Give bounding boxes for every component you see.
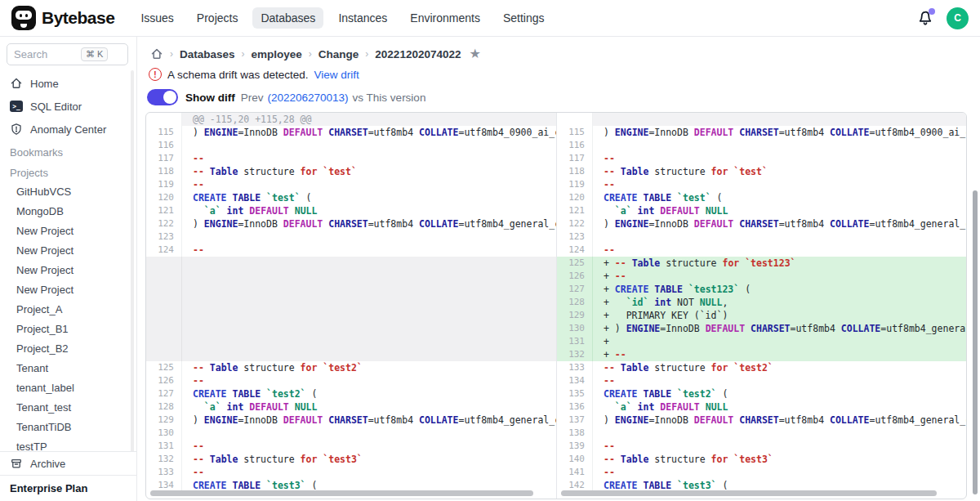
code-line: -- — [593, 178, 966, 191]
nav-item-databases[interactable]: Databases — [252, 7, 323, 29]
nav-item-issues[interactable]: Issues — [132, 7, 181, 29]
search-input[interactable] — [14, 48, 78, 60]
project-item[interactable]: New Project — [0, 280, 136, 299]
nav-item-environments[interactable]: Environments — [402, 7, 488, 29]
notifications-bell-icon[interactable] — [917, 10, 933, 26]
code-line: CREATE TABLE `test2` ( — [182, 387, 556, 400]
project-item[interactable]: Project_B2 — [0, 338, 136, 358]
home-icon[interactable] — [150, 47, 163, 60]
diff-row: 125-- Table structure for `test2` — [146, 361, 556, 374]
diff-row: 124-- — [146, 244, 556, 257]
project-item[interactable]: tenant_label — [0, 378, 136, 397]
nav-item-instances[interactable]: Instances — [330, 7, 395, 29]
diff-row: 122) ENGINE=InnoDB DEFAULT CHARSET=utf8m… — [557, 217, 966, 230]
breadcrumb-item-databases[interactable]: Databases — [180, 48, 235, 60]
diff-row: 119-- — [146, 178, 556, 191]
breadcrumb-item-employee[interactable]: employee — [252, 48, 302, 60]
bookmark-star-icon[interactable]: ★ — [469, 47, 480, 60]
diff-row: 127CREATE TABLE `test2` ( — [146, 387, 556, 400]
line-number: 119 — [146, 178, 182, 191]
code-line — [182, 230, 556, 244]
diff-row: 131-- — [146, 440, 556, 453]
sidebar-item-home[interactable]: Home — [0, 72, 136, 95]
sidebar-item-anomaly-center[interactable]: Anomaly Center — [0, 118, 136, 141]
line-number: 136 — [557, 400, 593, 414]
code-line: `a` int DEFAULT NULL — [182, 400, 556, 414]
code-line: -- Table structure for `test3` — [593, 453, 966, 466]
line-number — [146, 296, 182, 309]
project-item[interactable]: Project_A — [0, 299, 136, 319]
code-line — [593, 230, 966, 244]
diff-row: 121 `a` int DEFAULT NULL — [557, 204, 966, 217]
sql-editor-icon: >_ — [10, 100, 23, 113]
main-nav: IssuesProjectsDatabasesInstancesEnvironm… — [132, 7, 552, 29]
diff-hunk-header: @@ -115,20 +115,28 @@ — [146, 113, 556, 126]
breadcrumb-separator: › — [170, 48, 173, 60]
diff-row: 129) ENGINE=InnoDB DEFAULT CHARSET=utf8m… — [146, 414, 556, 427]
line-number: 128 — [557, 296, 593, 309]
user-avatar[interactable]: C — [947, 7, 969, 29]
show-diff-toggle[interactable] — [147, 89, 178, 105]
sidebar-scrollbar[interactable] — [131, 70, 134, 451]
horizontal-scrollbar-right[interactable] — [561, 490, 937, 496]
project-item[interactable]: New Project — [0, 240, 136, 260]
code-line: -- — [593, 244, 966, 257]
code-line: -- Table structure for `test3` — [182, 453, 556, 466]
code-line: + CREATE TABLE `test123` ( — [593, 283, 966, 296]
line-number: 123 — [146, 230, 182, 244]
sidebar-section-bookmarks: Bookmarks — [0, 141, 136, 161]
code-line: -- — [182, 374, 556, 387]
line-number: 125 — [557, 257, 593, 270]
diff-added-row: 129+ PRIMARY KEY (`id`) — [557, 309, 966, 322]
bytebase-logo[interactable]: Bytebase — [11, 6, 114, 30]
code-line — [593, 427, 966, 440]
project-item[interactable]: Tenant_test — [0, 397, 136, 417]
diff-row: 128 `a` int DEFAULT NULL — [146, 400, 556, 414]
nav-item-projects[interactable]: Projects — [189, 7, 247, 29]
prev-version-link[interactable]: (202206270013) — [268, 92, 349, 104]
project-item[interactable]: Tenant — [0, 358, 136, 378]
project-item[interactable]: TenantTiDB — [0, 417, 136, 436]
project-item[interactable]: testTP — [0, 436, 136, 451]
project-item[interactable]: GitHubVCS — [0, 181, 136, 201]
diff-row: 132-- Table structure for `test3` — [146, 453, 556, 466]
search-box[interactable]: ⌘ K — [7, 43, 128, 65]
breadcrumb-item-20221202074022[interactable]: 20221202074022 — [375, 48, 461, 60]
horizontal-scrollbar-left[interactable] — [150, 490, 533, 496]
project-item[interactable]: Project_B1 — [0, 319, 136, 338]
sidebar-item-sql-editor[interactable]: >_SQL Editor — [0, 95, 136, 118]
diff-row: 120CREATE TABLE `test` ( — [557, 191, 966, 204]
project-item[interactable]: New Project — [0, 260, 136, 280]
line-number: 120 — [557, 191, 593, 204]
line-number: 120 — [146, 191, 182, 204]
line-number: 128 — [146, 400, 182, 414]
line-number: 133 — [146, 466, 182, 479]
line-number: 130 — [146, 427, 182, 440]
line-number: 138 — [557, 427, 593, 440]
code-line: -- — [593, 374, 966, 387]
sidebar-item-label: Anomaly Center — [30, 123, 106, 136]
code-line: -- — [182, 466, 556, 479]
nav-item-settings[interactable]: Settings — [495, 7, 553, 29]
diff-row: 117-- — [146, 152, 556, 165]
diff-row: 141-- — [557, 466, 966, 479]
diff-placeholder-row — [146, 270, 556, 283]
code-line: CREATE TABLE `test2` ( — [593, 387, 966, 400]
diff-added-row: 126+ -- — [557, 270, 966, 283]
diff-row: 119-- — [557, 178, 966, 191]
sidebar-item-archive[interactable]: Archive — [0, 452, 136, 475]
diff-row: 135CREATE TABLE `test2` ( — [557, 387, 966, 400]
breadcrumb-item-change[interactable]: Change — [318, 48, 359, 60]
code-line: + ) ENGINE=InnoDB DEFAULT CHARSET=utf8mb… — [593, 322, 966, 335]
project-item[interactable]: New Project — [0, 221, 136, 240]
diff-placeholder-row — [146, 296, 556, 309]
diff-row: 115) ENGINE=InnoDB DEFAULT CHARSET=utf8m… — [557, 126, 966, 139]
diff-added-row: 125+ -- Table structure for `test123` — [557, 257, 966, 270]
code-line: + -- — [593, 270, 966, 283]
code-line: -- — [182, 244, 556, 257]
top-navbar: Bytebase IssuesProjectsDatabasesInstance… — [0, 0, 980, 37]
project-item[interactable]: MongoDB — [0, 201, 136, 221]
view-drift-link[interactable]: View drift — [314, 69, 359, 81]
breadcrumb-separator: › — [365, 48, 368, 60]
vertical-scrollbar[interactable] — [973, 190, 978, 494]
